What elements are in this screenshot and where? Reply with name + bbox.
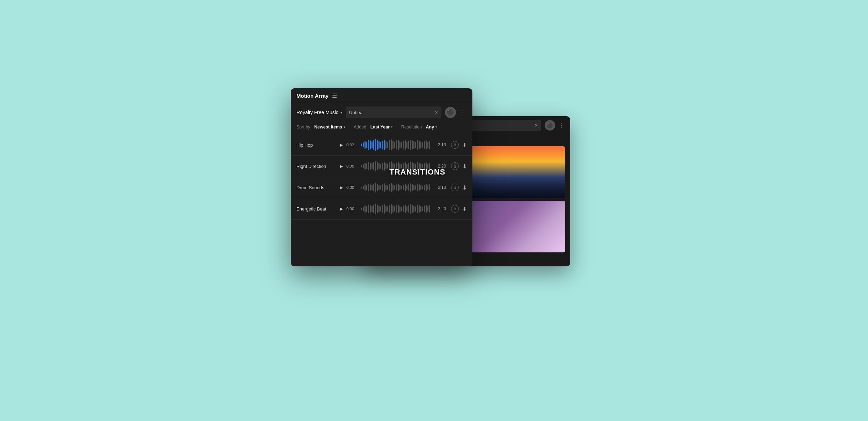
waveform-bar [370, 184, 371, 191]
waveform-bar [387, 206, 388, 212]
back-avatar[interactable]: ⚫ [545, 120, 555, 131]
play-button[interactable]: ▶ [340, 207, 343, 211]
added-filter[interactable]: Added Last Year ▾ [354, 125, 393, 130]
waveform-bar [384, 204, 385, 214]
waveform-bar [427, 142, 428, 148]
waveform-bar [375, 183, 376, 192]
menu-icon[interactable]: ☰ [332, 93, 337, 99]
waveform-bar [399, 206, 400, 212]
waveform-bar [372, 185, 373, 190]
waveform-bar [396, 140, 397, 149]
front-panel: Motion Array ☰ Royalty Free Music ▾ Upbe… [291, 88, 472, 266]
search-input-wrap[interactable]: Upbeat × [346, 106, 441, 118]
sort-filter[interactable]: Sort by Newest Items ▾ [296, 125, 345, 130]
waveform-bar [380, 164, 381, 169]
track-info-button[interactable]: ℹ [451, 141, 459, 149]
waveform-bar [391, 183, 392, 192]
track-download-button[interactable]: ⬇ [462, 206, 467, 212]
track-download-button[interactable]: ⬇ [462, 142, 467, 148]
waveform-bar [389, 205, 390, 213]
category-dropdown[interactable]: Royalty Free Music ▾ [296, 110, 342, 115]
waveform-bar [368, 140, 369, 150]
track-item[interactable]: Hip Hop▶0:322:13ℹ⬇ [291, 134, 472, 156]
track-download-button[interactable]: ⬇ [462, 184, 467, 191]
waveform-bar [417, 205, 418, 213]
waveform-bar [399, 141, 400, 148]
track-download-button[interactable]: ⬇ [462, 163, 467, 170]
waveform-bar [382, 205, 383, 213]
waveform-bar [378, 163, 380, 169]
track-name: Energetic Beat [296, 206, 337, 212]
waveform-bar [429, 205, 430, 213]
waveform-bar [384, 162, 385, 171]
sort-value: Newest Items [314, 125, 342, 130]
waveform-bar [420, 206, 421, 212]
search-query-text: Upbeat [349, 110, 435, 115]
waveform-bar [392, 141, 393, 149]
added-value: Last Year [370, 125, 390, 130]
waveform-bar [372, 141, 373, 148]
waveform-bar [399, 185, 400, 190]
resolution-filter[interactable]: Resolution Any ▾ [401, 125, 437, 130]
waveform-bar [387, 142, 388, 148]
time-elapsed: 0:32 [346, 143, 358, 147]
waveform-bar [361, 165, 362, 167]
track-item[interactable]: Drum Sounds▶0:002:13ℹ⬇ [291, 177, 472, 198]
waveform-bar [419, 184, 420, 191]
track-item[interactable]: Energetic Beat▶0:002:20ℹ⬇ [291, 198, 472, 220]
waveform-bar [394, 206, 395, 212]
search-clear-icon[interactable]: × [435, 110, 438, 115]
waveform-bar [413, 185, 414, 190]
back-more-dots[interactable]: ⋮ [559, 121, 565, 129]
sort-label: Sort by [296, 125, 310, 130]
waveform-bar [391, 139, 392, 150]
waveform-bar [394, 142, 395, 148]
waveform-bar [368, 184, 369, 191]
waveform-bar [415, 142, 416, 148]
waveform-bar [377, 184, 378, 191]
track-info-button[interactable]: ℹ [451, 162, 459, 170]
waveform-bar [380, 185, 381, 190]
waveform-bar [378, 206, 380, 212]
waveform-bar [387, 185, 388, 190]
waveform-bar [382, 163, 383, 170]
waveform-bar [403, 185, 404, 190]
track-duration: 2:20 [438, 206, 448, 211]
waveform-bar [417, 184, 418, 191]
waveform-bar [427, 185, 428, 190]
sort-chevron-icon: ▾ [344, 125, 345, 129]
thumbnail-sunset[interactable] [469, 146, 565, 198]
track-info-button[interactable]: ℹ [451, 205, 459, 213]
play-button[interactable]: ▶ [340, 185, 343, 190]
waveform-bar [377, 205, 378, 213]
waveform [361, 139, 434, 151]
transitions-label: TRANSITIONS [389, 168, 445, 177]
resolution-label: Resolution [401, 125, 422, 130]
thumbnail-animation[interactable] [469, 201, 565, 252]
waveform-bar [372, 163, 373, 169]
brand-name: Motion Array [296, 93, 329, 99]
resolution-value: Any [426, 125, 434, 130]
waveform-bar [372, 206, 373, 212]
waveform-bar [373, 184, 374, 191]
waveform-bar [412, 184, 413, 191]
track-name: Right Direction [296, 164, 337, 169]
back-close-icon[interactable]: × [535, 123, 538, 128]
search-row: Royalty Free Music ▾ Upbeat × ⚫ ⋮ [291, 102, 472, 123]
play-button[interactable]: ▶ [340, 143, 343, 147]
waveform-bar [419, 141, 420, 149]
filters-row: Sort by Newest Items ▾ Added Last Year ▾… [291, 123, 472, 133]
waveform-bar [378, 185, 380, 190]
waveform-bar [424, 206, 425, 212]
more-options-icon[interactable]: ⋮ [459, 108, 467, 117]
play-button[interactable]: ▶ [340, 164, 343, 169]
user-avatar[interactable]: ⚫ [445, 107, 456, 118]
waveform-bar [405, 184, 406, 191]
waveform-bar [363, 164, 364, 168]
waveform-bar [368, 162, 369, 170]
waveform-bar [373, 162, 374, 170]
waveform-bar [365, 163, 366, 170]
waveform-bar [384, 183, 385, 192]
track-info-button[interactable]: ℹ [451, 184, 459, 191]
waveform-bar [401, 207, 402, 211]
